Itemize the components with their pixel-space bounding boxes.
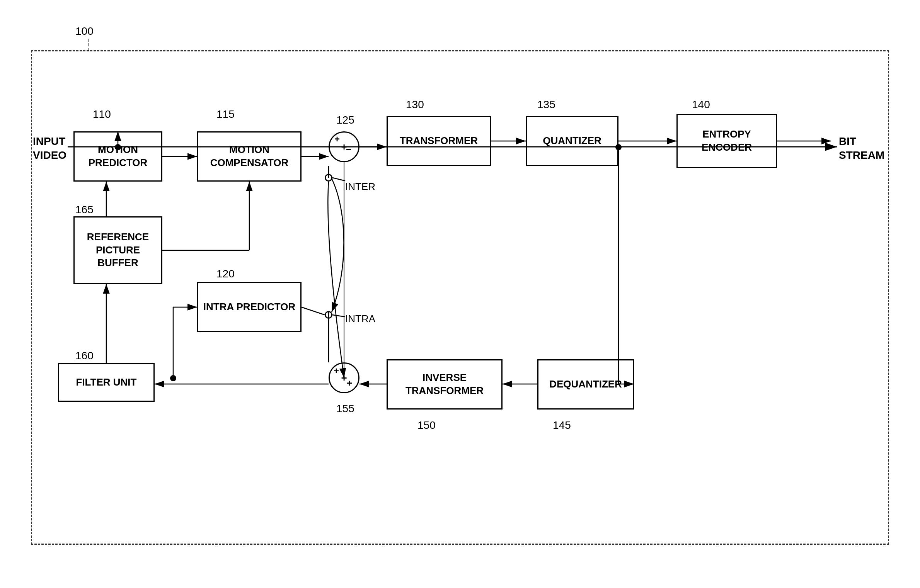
bit-stream-label: BITSTREAM bbox=[839, 134, 884, 163]
transformer-block: TRANSFORMER bbox=[387, 116, 491, 166]
ref-165: 165 bbox=[75, 204, 94, 216]
intra-label: INTRA bbox=[345, 313, 375, 325]
quantizer-block: QUANTIZER bbox=[526, 116, 618, 166]
ref-160: 160 bbox=[75, 350, 94, 362]
intra-predictor-block: INTRA PREDICTOR bbox=[197, 282, 302, 332]
ref-155: 155 bbox=[336, 403, 354, 415]
reference-picture-buffer-block: REFERENCE PICTURE BUFFER bbox=[73, 216, 162, 284]
ref-150: 150 bbox=[417, 419, 436, 432]
ref-145: 145 bbox=[553, 419, 571, 432]
intra-switch-open-circle bbox=[325, 311, 332, 319]
ref-115: 115 bbox=[216, 108, 235, 121]
filter-unit-block: FILTER UNIT bbox=[58, 363, 155, 402]
ref-135: 135 bbox=[537, 99, 555, 111]
ref-120: 120 bbox=[216, 268, 235, 280]
ref-100: 100 bbox=[75, 25, 94, 37]
ref-125: 125 bbox=[336, 114, 354, 126]
entropy-encoder-block: ENTROPY ENCODER bbox=[676, 114, 777, 168]
motion-predictor-block: MOTION PREDICTOR bbox=[73, 131, 162, 182]
ref-130: 130 bbox=[406, 99, 424, 111]
dot-quantizer-output bbox=[615, 144, 622, 150]
inter-switch-open-circle bbox=[325, 174, 332, 182]
motion-compensator-block: MOTION COMPENSATOR bbox=[197, 131, 302, 182]
dot-input-branch bbox=[115, 144, 121, 150]
dequantizer-block: DEQUANTIZER bbox=[537, 359, 634, 410]
sum-junction-155: + bbox=[329, 362, 359, 393]
sum-junction-125: + bbox=[329, 131, 359, 162]
inverse-transformer-block: INVERSE TRANSFORMER bbox=[387, 359, 503, 410]
input-video-label: INPUTVIDEO bbox=[33, 134, 66, 163]
diagram-container: 100 INPUTVIDEO BITSTREAM INTER INTRA MOT… bbox=[0, 0, 920, 588]
ref-140: 140 bbox=[692, 99, 710, 111]
ref-110: 110 bbox=[93, 108, 111, 121]
inter-label: INTER bbox=[345, 181, 375, 193]
dot-bottom-path bbox=[170, 375, 176, 381]
